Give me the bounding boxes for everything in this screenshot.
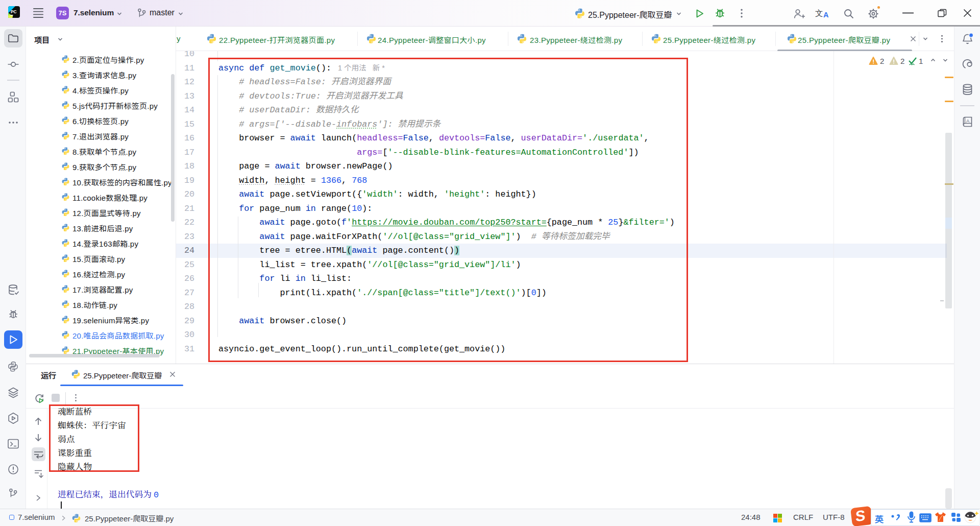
svg-text:A: A: [966, 118, 970, 124]
svg-text:PC: PC: [11, 9, 17, 14]
svg-text:2: 2: [880, 57, 884, 65]
svg-text:1: 1: [919, 57, 923, 65]
svg-text:2: 2: [900, 57, 904, 65]
